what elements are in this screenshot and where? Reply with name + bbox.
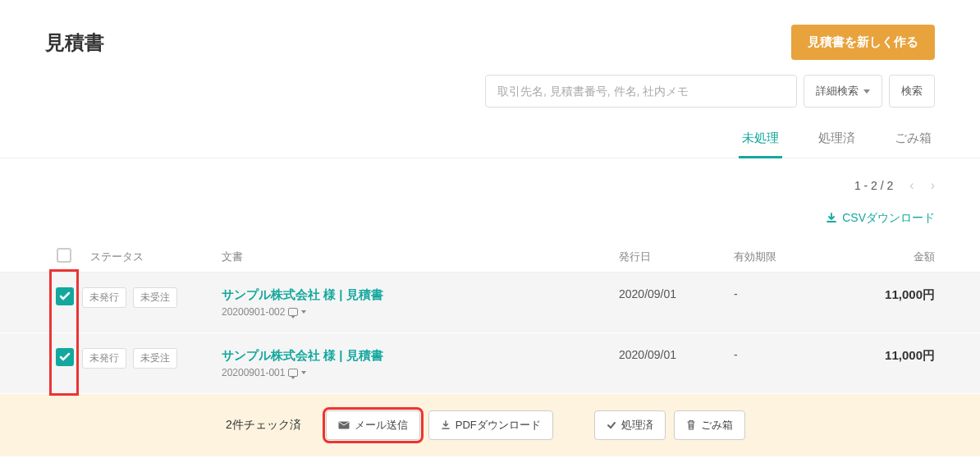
tab-unprocessed[interactable]: 未処理 xyxy=(739,121,782,158)
select-all-checkbox[interactable] xyxy=(57,248,71,263)
issue-date: 2020/09/01 xyxy=(619,273,734,333)
table-row[interactable]: 未発行 未受注 サンプル株式会社 様 | 見積書 20200901-001 20… xyxy=(0,333,980,394)
csv-download-label: CSVダウンロード xyxy=(842,211,935,226)
expiry-date: - xyxy=(734,333,857,394)
table-row[interactable]: 未発行 未受注 サンプル株式会社 様 | 見積書 20200901-002 20… xyxy=(0,273,980,333)
bulk-mark-processed-button[interactable]: 処理済 xyxy=(594,410,666,440)
pagination-prev-icon[interactable]: ‹ xyxy=(909,178,914,193)
comment-icon[interactable] xyxy=(288,369,298,377)
status-badge: 未受注 xyxy=(133,287,177,308)
bulk-mail-send-label: メール送信 xyxy=(355,418,408,433)
status-badge: 未発行 xyxy=(82,348,126,369)
column-issue-date: 発行日 xyxy=(619,241,734,273)
chevron-down-icon[interactable] xyxy=(301,310,306,314)
document-number: 20200901-001 xyxy=(222,367,285,378)
advanced-search-label: 詳細検索 xyxy=(816,84,859,99)
bulk-pdf-download-label: PDFダウンロード xyxy=(456,418,541,433)
mail-icon xyxy=(338,421,350,429)
page-title: 見積書 xyxy=(45,30,104,56)
tab-processed[interactable]: 処理済 xyxy=(815,121,859,158)
bulk-checked-count: 2件チェック済 xyxy=(226,418,301,433)
column-document: 文書 xyxy=(222,241,619,273)
status-badge: 未発行 xyxy=(82,287,126,308)
tab-trash[interactable]: ごみ箱 xyxy=(891,121,935,158)
document-number: 20200901-002 xyxy=(222,306,285,318)
column-amount: 金額 xyxy=(857,241,980,273)
bulk-action-bar: 2件チェック済 メール送信 PDFダウンロード 処理済 ごみ箱 xyxy=(0,394,980,456)
row-checkbox[interactable] xyxy=(56,287,74,305)
chevron-down-icon xyxy=(863,89,870,94)
bulk-trash-label: ごみ箱 xyxy=(701,418,733,433)
search-input[interactable] xyxy=(485,75,797,108)
pagination-range: 1 - 2 / 2 xyxy=(854,179,893,192)
comment-icon[interactable] xyxy=(288,308,298,316)
amount-value: 11,000円 xyxy=(857,273,980,333)
check-icon xyxy=(607,420,616,430)
bulk-pdf-download-button[interactable]: PDFダウンロード xyxy=(428,410,553,440)
bulk-mail-send-button[interactable]: メール送信 xyxy=(326,410,420,440)
check-icon xyxy=(59,291,71,302)
bulk-trash-button[interactable]: ごみ箱 xyxy=(674,410,745,440)
document-title-link[interactable]: サンプル株式会社 様 | 見積書 xyxy=(222,348,619,364)
issue-date: 2020/09/01 xyxy=(619,333,734,394)
csv-download-link[interactable]: CSVダウンロード xyxy=(826,211,935,226)
row-checkbox[interactable] xyxy=(56,348,74,366)
advanced-search-button[interactable]: 詳細検索 xyxy=(804,75,882,108)
expiry-date: - xyxy=(734,273,857,333)
trash-icon xyxy=(686,419,696,431)
bulk-mark-processed-label: 処理済 xyxy=(621,418,653,433)
create-new-button[interactable]: 見積書を新しく作る xyxy=(791,25,935,60)
search-button[interactable]: 検索 xyxy=(889,75,935,108)
download-icon xyxy=(826,213,837,224)
amount-value: 11,000円 xyxy=(857,333,980,394)
column-expiry-date: 有効期限 xyxy=(734,241,857,273)
pagination-next-icon[interactable]: › xyxy=(931,178,935,193)
document-title-link[interactable]: サンプル株式会社 様 | 見積書 xyxy=(222,287,619,303)
chevron-down-icon[interactable] xyxy=(301,371,306,374)
check-icon xyxy=(59,351,71,363)
status-badge: 未受注 xyxy=(133,348,177,369)
column-status: ステータス xyxy=(82,241,222,273)
download-icon xyxy=(441,420,451,430)
